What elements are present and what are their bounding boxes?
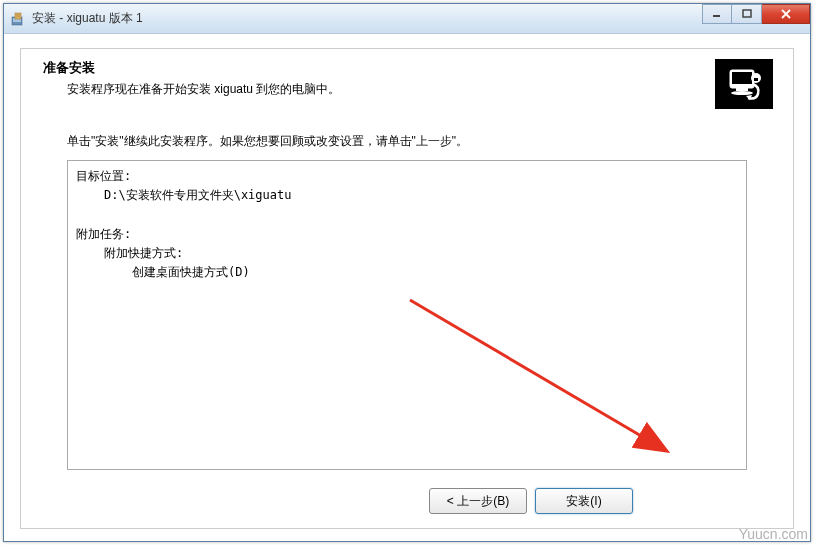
tasks-sub-label: 附加快捷方式: <box>76 244 738 263</box>
summary-textarea[interactable]: 目标位置: D:\安装软件专用文件夹\xiguatu 附加任务: 附加快捷方式:… <box>67 160 747 470</box>
watermark-text: Yuucn.com <box>739 526 808 542</box>
minimize-button[interactable] <box>702 4 732 24</box>
dest-label: 目标位置: <box>76 167 738 186</box>
svg-rect-4 <box>743 10 751 17</box>
svg-rect-2 <box>15 13 21 19</box>
install-button[interactable]: 安装(I) <box>535 488 633 514</box>
wizard-panel: 准备安装 安装程序现在准备开始安装 xiguatu 到您的电脑中。 <box>20 48 794 529</box>
svg-rect-11 <box>754 78 758 81</box>
button-row: < 上一步(B) 安装(I) 取消 <box>37 488 777 514</box>
tasks-label: 附加任务: <box>76 225 738 244</box>
tasks-item: 创建桌面快捷方式(D) <box>76 263 738 282</box>
content-area: 准备安装 安装程序现在准备开始安装 xiguatu 到您的电脑中。 <box>4 34 810 541</box>
svg-point-8 <box>731 91 753 95</box>
close-button[interactable] <box>762 4 810 24</box>
dest-value: D:\安装软件专用文件夹\xiguatu <box>76 186 738 205</box>
page-subtitle: 安装程序现在准备开始安装 xiguatu 到您的电脑中。 <box>67 81 715 98</box>
wizard-icon <box>715 59 773 109</box>
window-title: 安装 - xiguatu 版本 1 <box>32 10 143 27</box>
svg-rect-7 <box>736 88 748 91</box>
installer-window: 安装 - xiguatu 版本 1 准备安装 安装程序现在准备开始安装 xigu… <box>3 3 811 542</box>
instruction-text: 单击"安装"继续此安装程序。如果您想要回顾或改变设置，请单击"上一步"。 <box>67 133 777 150</box>
app-icon <box>10 11 26 27</box>
window-controls <box>702 4 810 24</box>
back-button[interactable]: < 上一步(B) <box>429 488 527 514</box>
titlebar[interactable]: 安装 - xiguatu 版本 1 <box>4 4 810 34</box>
svg-rect-6 <box>732 72 752 84</box>
maximize-button[interactable] <box>732 4 762 24</box>
page-title: 准备安装 <box>43 59 715 77</box>
